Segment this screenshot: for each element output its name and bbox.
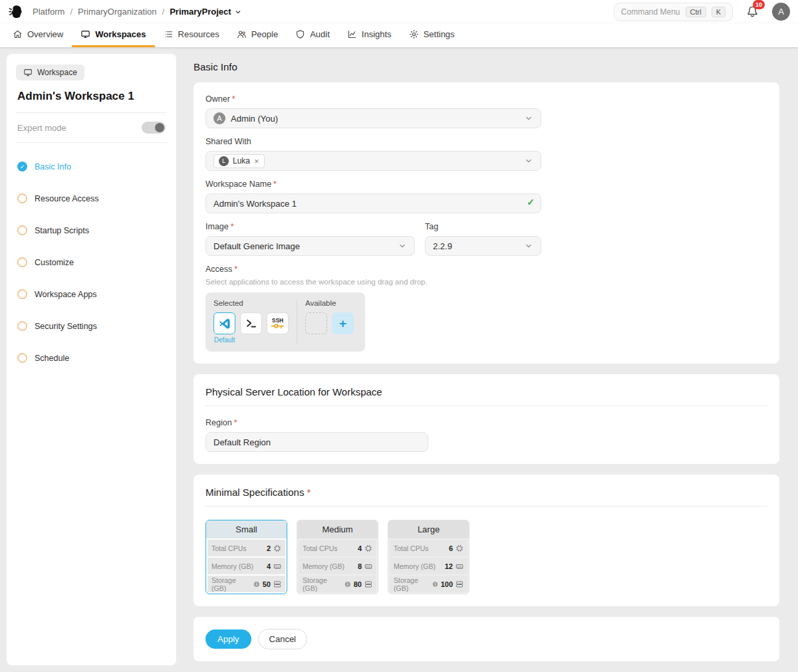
spec-option-large[interactable]: Large Total CPUs 6 Memory (GB) 12 Storag… <box>388 520 469 594</box>
expert-mode-row: Expert mode <box>16 113 167 142</box>
ssh-app[interactable]: SSH <box>267 312 289 334</box>
spec-row-label: Total CPUs <box>394 544 446 552</box>
region-field: Region * <box>205 418 428 452</box>
tab-label: Resources <box>178 29 219 39</box>
tab-people[interactable]: People <box>228 23 287 47</box>
tag-select[interactable]: 2.2.9 <box>425 236 541 256</box>
main-navigation: Overview Workspaces Resources People Aud… <box>0 23 798 47</box>
vscode-app[interactable] <box>213 312 235 334</box>
step-check-icon: ✓ <box>17 162 27 171</box>
tag-label: Tag <box>425 222 541 231</box>
toggle-knob-icon <box>155 123 164 132</box>
breadcrumb-organization[interactable]: PrimaryOrganization <box>78 7 157 17</box>
notifications-button[interactable]: 10 <box>746 5 759 18</box>
spec-row-value: 4 <box>358 544 362 552</box>
step-security-settings[interactable]: Security Settings <box>17 321 166 331</box>
available-apps-group: Available + <box>305 299 354 344</box>
section-title: Basic Info <box>183 54 791 82</box>
empty-app-slot[interactable] <box>305 312 327 334</box>
command-menu-button[interactable]: Command Menu Ctrl K <box>614 3 733 21</box>
image-value: Default Generic Image <box>213 241 300 251</box>
owner-value: Admin (You) <box>231 114 278 124</box>
field-label-text: Image <box>205 222 229 231</box>
tab-overview[interactable]: Overview <box>4 23 72 47</box>
workspace-name-label: Workspace Name * <box>205 179 541 189</box>
breadcrumb-platform[interactable]: Platform <box>33 7 65 17</box>
spec-row-label-text: Storage (GB) <box>394 576 430 592</box>
workspace-name-field: Workspace Name * ✓ <box>205 179 541 213</box>
workspace-type-label: Workspace <box>37 68 77 77</box>
workspace-sidebar: Workspace Admin's Workspace 1 Expert mod… <box>7 54 176 665</box>
spec-option-medium[interactable]: Medium Total CPUs 4 Memory (GB) 8 Storag… <box>297 520 378 594</box>
image-select[interactable]: Default Generic Image <box>205 236 415 256</box>
step-circle-icon <box>17 289 27 299</box>
step-basic-info[interactable]: ✓ Basic Info <box>17 162 166 171</box>
required-mark: * <box>307 487 311 498</box>
spec-row-label: Storage (GB) <box>303 576 351 592</box>
user-avatar[interactable]: A <box>772 3 790 21</box>
shared-with-select[interactable]: L Luka × <box>205 151 541 171</box>
remove-user-icon[interactable]: × <box>254 156 259 166</box>
chevron-down-icon <box>524 114 533 123</box>
tab-workspaces[interactable]: Workspaces <box>72 23 154 47</box>
spec-row: Total CPUs 4 <box>299 540 376 556</box>
notification-badge: 10 <box>753 0 765 9</box>
spec-name: Large <box>388 520 469 538</box>
spec-row-label: Storage (GB) <box>394 576 438 592</box>
info-icon[interactable] <box>432 581 438 588</box>
breadcrumb: Platform / PrimaryOrganization / Primary… <box>33 7 242 17</box>
step-customize[interactable]: Customize <box>17 257 166 267</box>
spec-row-label: Memory (GB) <box>394 562 442 570</box>
chip-name: Luka <box>233 156 250 166</box>
spec-row: Memory (GB) 4 <box>207 558 285 574</box>
spec-row-label: Total CPUs <box>303 544 355 552</box>
shared-with-field: Shared With L Luka × <box>205 137 541 171</box>
tab-resources[interactable]: Resources <box>155 23 228 47</box>
spec-row-label-text: Storage (GB) <box>211 576 251 592</box>
apply-button[interactable]: Apply <box>205 629 251 649</box>
tab-audit[interactable]: Audit <box>287 23 338 47</box>
minimal-specs-card: Minimal Specifications * Small Total CPU… <box>194 475 779 606</box>
spec-row: Storage (GB) 50 <box>207 576 285 592</box>
info-icon[interactable] <box>253 581 260 588</box>
chip-avatar: L <box>219 156 229 166</box>
access-help-text: Select applications to access the worksp… <box>205 278 767 286</box>
region-input[interactable] <box>205 432 428 452</box>
tab-settings[interactable]: Settings <box>400 23 464 47</box>
workspace-name-input[interactable] <box>205 193 541 213</box>
step-workspace-apps[interactable]: Workspace Apps <box>17 289 166 299</box>
memory-icon <box>456 562 464 570</box>
add-app-button[interactable]: + <box>332 312 354 334</box>
logo-icon[interactable] <box>8 3 25 20</box>
required-mark: * <box>273 179 277 189</box>
cancel-button[interactable]: Cancel <box>258 629 307 649</box>
tab-insights[interactable]: Insights <box>338 23 400 47</box>
breadcrumb-separator: / <box>162 7 165 17</box>
spec-row-value: 50 <box>263 580 271 588</box>
spec-row-label: Memory (GB) <box>303 562 355 570</box>
step-circle-icon <box>17 353 27 363</box>
breadcrumb-project-dropdown[interactable]: PrimaryProject <box>170 7 242 17</box>
field-label-text: Owner <box>205 94 230 104</box>
info-icon[interactable] <box>344 581 351 588</box>
required-mark: * <box>232 94 235 104</box>
cpu-icon <box>456 544 464 552</box>
workspace-title: Admin's Workspace 1 <box>17 90 166 103</box>
basic-info-card: Owner * A Admin (You) Shared With L Luka <box>194 82 779 364</box>
chevron-down-icon <box>524 156 533 166</box>
step-schedule[interactable]: Schedule <box>17 353 166 363</box>
step-startup-scripts[interactable]: Startup Scripts <box>17 225 166 235</box>
spec-row-label: Memory (GB) <box>211 562 264 570</box>
spec-name: Small <box>206 520 287 538</box>
owner-select[interactable]: A Admin (You) <box>205 108 541 128</box>
tab-label: People <box>251 29 278 39</box>
spec-option-small[interactable]: Small Total CPUs 2 Memory (GB) 4 Storage… <box>205 520 287 594</box>
topbar-actions: Command Menu Ctrl K 10 A <box>614 3 790 21</box>
spec-row-value: 8 <box>358 562 362 570</box>
expert-mode-toggle[interactable] <box>142 122 166 134</box>
terminal-app[interactable] <box>240 312 262 334</box>
step-resource-access[interactable]: Resource Access <box>17 193 166 203</box>
field-label-text: Region <box>205 418 232 427</box>
field-label-text: Tag <box>425 222 438 231</box>
key-chip-ctrl: Ctrl <box>686 7 706 17</box>
